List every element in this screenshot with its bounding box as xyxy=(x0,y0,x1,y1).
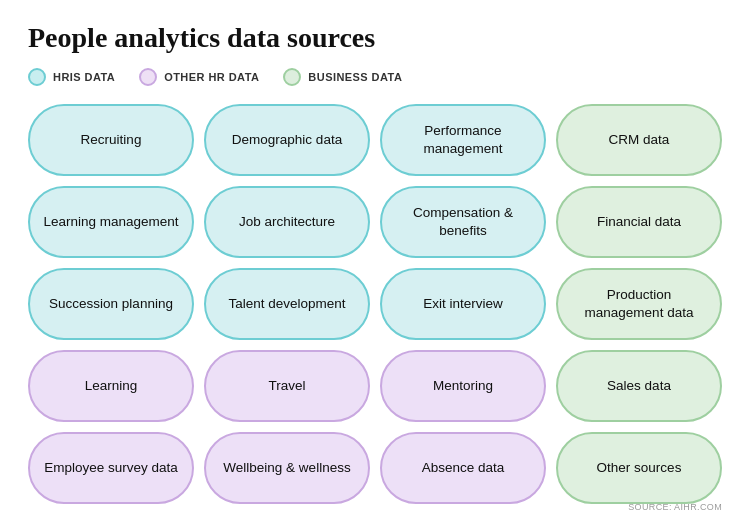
data-grid: RecruitingDemographic dataPerformance ma… xyxy=(28,104,722,504)
grid-pill-8: Succession planning xyxy=(28,268,194,340)
grid-pill-6: Compensation & benefits xyxy=(380,186,546,258)
legend-item-other: OTHER HR DATA xyxy=(139,68,259,86)
legend-label-hris: HRIS DATA xyxy=(53,71,115,83)
legend-dot-business xyxy=(283,68,301,86)
legend-label-business: BUSINESS DATA xyxy=(308,71,402,83)
grid-pill-12: Learning xyxy=(28,350,194,422)
grid-pill-9: Talent development xyxy=(204,268,370,340)
grid-pill-1: Demographic data xyxy=(204,104,370,176)
grid-pill-13: Travel xyxy=(204,350,370,422)
legend-label-other: OTHER HR DATA xyxy=(164,71,259,83)
grid-pill-15: Sales data xyxy=(556,350,722,422)
grid-pill-0: Recruiting xyxy=(28,104,194,176)
grid-pill-4: Learning management xyxy=(28,186,194,258)
legend-dot-hris xyxy=(28,68,46,86)
grid-pill-11: Production management data xyxy=(556,268,722,340)
legend-item-business: BUSINESS DATA xyxy=(283,68,402,86)
legend: HRIS DATAOTHER HR DATABUSINESS DATA xyxy=(28,68,722,86)
grid-pill-16: Employee survey data xyxy=(28,432,194,504)
grid-pill-2: Performance management xyxy=(380,104,546,176)
grid-pill-5: Job architecture xyxy=(204,186,370,258)
source-credit: SOURCE: AIHR.COM xyxy=(628,502,722,512)
grid-pill-7: Financial data xyxy=(556,186,722,258)
grid-pill-17: Wellbeing & wellness xyxy=(204,432,370,504)
page-title: People analytics data sources xyxy=(28,22,722,54)
legend-item-hris: HRIS DATA xyxy=(28,68,115,86)
grid-pill-3: CRM data xyxy=(556,104,722,176)
grid-pill-10: Exit interview xyxy=(380,268,546,340)
grid-pill-19: Other sources xyxy=(556,432,722,504)
legend-dot-other xyxy=(139,68,157,86)
grid-pill-18: Absence data xyxy=(380,432,546,504)
grid-pill-14: Mentoring xyxy=(380,350,546,422)
